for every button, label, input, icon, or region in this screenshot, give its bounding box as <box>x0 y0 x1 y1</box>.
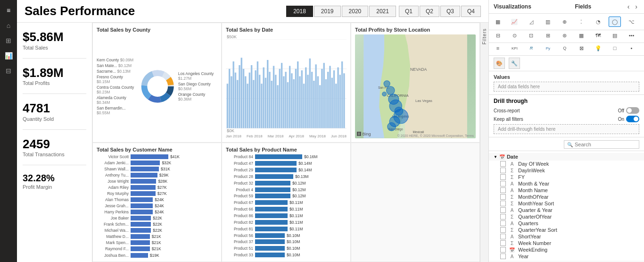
matrix-icon[interactable]: ⊛ <box>559 30 571 41</box>
field-checkbox[interactable] <box>500 247 506 253</box>
kpi-icon[interactable]: KPI <box>508 43 520 53</box>
product-bar <box>255 207 288 211</box>
field-month-of-year[interactable]: Σ MonthOfYear <box>489 194 644 200</box>
waterfall-icon[interactable]: ⊟ <box>492 30 504 41</box>
field-checkbox[interactable] <box>500 201 506 206</box>
pie-icon[interactable]: ◔ <box>592 17 604 27</box>
field-week-number[interactable]: Σ Week Number <box>489 240 644 246</box>
product-chart[interactable]: Total Sales by Product Name Product 84 $… <box>222 143 351 262</box>
field-monthyear-sort[interactable]: Σ MonthYear Sort <box>489 200 644 207</box>
r-icon[interactable]: R <box>525 43 537 53</box>
year-2020-btn[interactable]: 2020 <box>342 6 369 17</box>
area-chart-icon[interactable]: ◿ <box>525 17 537 27</box>
cross-report-track[interactable] <box>626 107 639 114</box>
stacked-bar-icon[interactable]: ▥ <box>542 17 554 27</box>
scatter-icon[interactable]: ⁚ <box>575 17 587 27</box>
field-year[interactable]: A Year <box>489 253 644 260</box>
year-2019-btn[interactable]: 2019 <box>314 6 341 17</box>
field-checkbox[interactable] <box>500 168 506 173</box>
field-checkbox[interactable] <box>500 181 506 186</box>
field-month-year[interactable]: A Month & Year <box>489 180 644 187</box>
sigma-icon: Σ <box>509 194 515 200</box>
main-content: Sales Performance 2018 2019 2020 2021 Q1… <box>17 0 488 262</box>
fields-list: ▼ 📅 Date A Day Of Week Σ DayInWeek Σ <box>489 151 644 262</box>
field-checkbox[interactable] <box>500 240 506 246</box>
svg-rect-23 <box>245 76 246 128</box>
field-day-in-week[interactable]: Σ DayInWeek <box>489 167 644 174</box>
add-drill-fields-box[interactable]: Add drill-through fields here <box>494 124 639 134</box>
home-icon[interactable]: ⌂ <box>2 19 15 32</box>
field-checkbox[interactable] <box>500 207 506 213</box>
funnel-icon[interactable]: ⌥ <box>626 17 638 27</box>
filled-map-icon[interactable]: ▤ <box>609 30 621 41</box>
field-checkbox[interactable] <box>500 187 506 193</box>
field-checkbox[interactable] <box>500 174 506 180</box>
panel-prev-btn[interactable]: ‹ <box>626 3 632 10</box>
year-2021-btn[interactable]: 2021 <box>369 6 396 17</box>
customer-bar-row: Jose Wright $28K <box>97 179 217 184</box>
fields-search-box[interactable]: 🔍 <box>564 140 639 149</box>
filters-sidebar[interactable]: Filters <box>480 23 488 262</box>
gauge-icon[interactable]: ⊙ <box>508 30 520 41</box>
field-fy[interactable]: Σ FY <box>489 174 644 180</box>
field-checkbox[interactable] <box>500 214 506 220</box>
field-checkbox[interactable] <box>500 234 506 239</box>
py-icon[interactable]: Py <box>542 43 554 53</box>
customer-chart[interactable]: Total Sales by Customer Name Victor Scot… <box>92 143 222 262</box>
svg-rect-20 <box>239 65 240 128</box>
combo-chart-icon[interactable]: ⊕ <box>559 17 571 27</box>
table-viz-icon[interactable]: ⊞ <box>542 30 554 41</box>
field-checkbox[interactable] <box>500 194 506 200</box>
svg-rect-68 <box>335 84 337 128</box>
date-group-header[interactable]: ▼ 📅 Date <box>489 153 644 161</box>
field-checkbox[interactable] <box>500 254 506 259</box>
blank-icon[interactable]: □ <box>609 43 621 53</box>
q3-btn[interactable]: Q3 <box>440 6 460 17</box>
year-2018-btn[interactable]: 2018 <box>286 6 313 17</box>
fields-search-input[interactable] <box>575 142 636 147</box>
field-checkbox[interactable] <box>500 220 506 226</box>
field-week-ending[interactable]: 📅 WeekEnding <box>489 246 644 253</box>
field-quarter-year[interactable]: A Quarter & Year <box>489 207 644 213</box>
field-short-year[interactable]: A ShortYear <box>489 233 644 240</box>
add-data-fields-box[interactable]: Add data fields here <box>494 82 639 92</box>
menu-icon[interactable]: ≡ <box>2 4 15 17</box>
slicer-icon[interactable]: ≡ <box>492 43 504 53</box>
panel-next-btn[interactable]: › <box>633 3 639 10</box>
field-day-of-week[interactable]: A Day Of Week <box>489 161 644 167</box>
treemap-icon[interactable]: ▦ <box>575 30 587 41</box>
year-filter-group: 2018 2019 2020 2021 <box>286 6 396 17</box>
donut-icon[interactable]: ◯ <box>609 17 621 27</box>
q1-btn[interactable]: Q1 <box>399 6 419 17</box>
field-month-name[interactable]: A Month Name <box>489 187 644 194</box>
more2-icon[interactable]: • <box>626 43 638 53</box>
data-icon[interactable]: ⊟ <box>2 64 15 77</box>
field-checkbox[interactable] <box>500 161 506 167</box>
cross-report-toggle[interactable]: Off <box>618 107 639 114</box>
map-chart[interactable]: Total Profits by Store Location <box>351 23 480 143</box>
view-icon[interactable]: ⊞ <box>2 34 15 47</box>
field-quarters[interactable]: A Quarters <box>489 220 644 227</box>
card-icon[interactable]: ⊡ <box>525 30 537 41</box>
date-chart[interactable]: Total Sales by Date $50K <box>222 23 351 143</box>
analytics-icon[interactable]: 🔧 <box>509 58 520 69</box>
format-icon[interactable]: 🎨 <box>494 58 505 69</box>
more-icon[interactable]: ••• <box>626 30 638 41</box>
decomp-icon[interactable]: ⊠ <box>575 43 587 53</box>
report-icon[interactable]: 📊 <box>2 49 15 62</box>
field-quarter-of-year[interactable]: Σ QuarterOfYear <box>489 213 644 220</box>
map-icon[interactable]: 🗺 <box>592 30 604 41</box>
q-icon[interactable]: Q <box>559 43 571 53</box>
q4-btn[interactable]: Q4 <box>461 6 481 17</box>
field-checkbox[interactable] <box>500 227 506 233</box>
bar-chart-icon[interactable]: ▦ <box>492 17 504 27</box>
field-quarteryear-sort[interactable]: Σ QuarterYear Sort <box>489 227 644 233</box>
svg-rect-55 <box>309 59 311 128</box>
smart-icon[interactable]: 💡 <box>592 43 604 53</box>
charts-area: Total Sales by County Kern County $0.09M… <box>92 23 480 262</box>
keep-filters-toggle[interactable]: On <box>618 116 639 122</box>
county-donut-chart[interactable]: Total Sales by County Kern County $0.09M… <box>92 23 222 143</box>
q2-btn[interactable]: Q2 <box>420 6 439 17</box>
line-chart-icon[interactable]: 📈 <box>508 17 520 27</box>
keep-filters-track[interactable] <box>626 116 639 122</box>
